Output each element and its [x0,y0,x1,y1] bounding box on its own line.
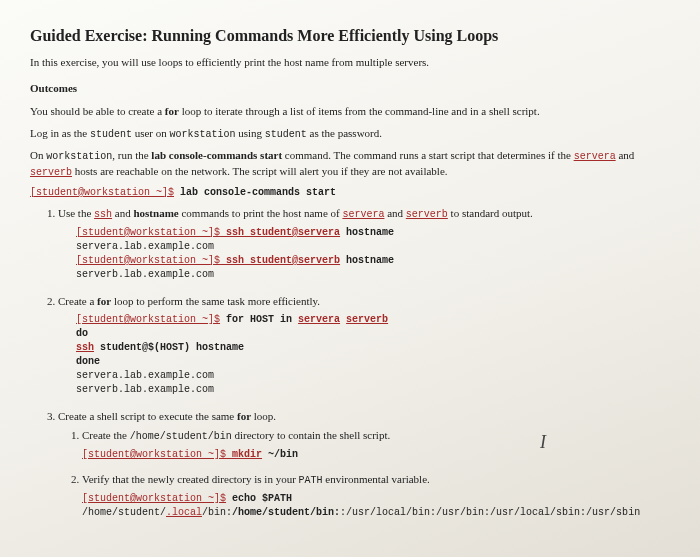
command-block-start: [student@workstation ~]$ lab console-com… [30,186,670,200]
step-3-1: Create the /home/student/bin directory t… [82,428,670,462]
outcome-line: You should be able to create a for loop … [30,104,670,119]
start-command-paragraph: On workstation, run the lab console-comm… [30,148,670,180]
step-3: Create a shell script to execute the sam… [58,409,670,520]
intro-text: In this exercise, you will use loops to … [30,55,670,70]
command-block-2: [student@workstation ~]$ for HOST in ser… [76,313,670,397]
step-3-2: Verify that the newly created directory … [82,472,670,520]
command-block-3-1: [student@workstation ~]$ mkdir ~/bin [82,448,670,462]
outcomes-heading: Outcomes [30,81,670,96]
login-line: Log in as the student user on workstatio… [30,126,670,142]
command-block-1: [student@workstation ~]$ ssh student@ser… [76,226,670,282]
step-1: Use the ssh and hostname commands to pri… [58,206,670,282]
page-title: Guided Exercise: Running Commands More E… [30,25,670,47]
command-block-3-2: [student@workstation ~]$ echo $PATH /hom… [82,492,670,520]
step-2: Create a for loop to perform the same ta… [58,294,670,397]
